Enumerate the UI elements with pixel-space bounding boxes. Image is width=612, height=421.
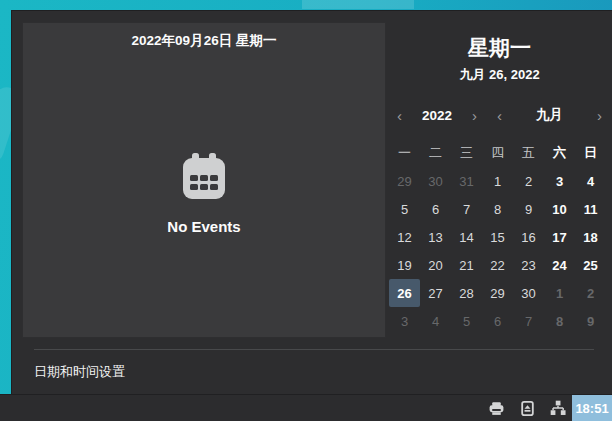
calendar-day-selected[interactable]: 26 — [389, 279, 420, 307]
calendar-day[interactable]: 18 — [575, 223, 606, 251]
calendar-day[interactable]: 11 — [575, 195, 606, 223]
calendar-day[interactable]: 20 — [420, 251, 451, 279]
calendar-day[interactable]: 30 — [420, 167, 451, 195]
month-label[interactable]: 九月 — [536, 106, 563, 124]
calendar-day[interactable]: 29 — [482, 279, 513, 307]
calendar-navigation: ‹ 2022 › ‹ 九月 › — [394, 106, 605, 124]
calendar-day[interactable]: 3 — [389, 307, 420, 335]
calendar-day[interactable]: 8 — [544, 307, 575, 335]
previous-month-button[interactable]: ‹ — [494, 107, 505, 124]
calendar-day[interactable]: 2 — [513, 167, 544, 195]
calendar-day[interactable]: 10 — [544, 195, 575, 223]
calendar-day[interactable]: 23 — [513, 251, 544, 279]
calendar-day[interactable]: 21 — [451, 251, 482, 279]
year-label[interactable]: 2022 — [422, 108, 452, 123]
calendar-day[interactable]: 29 — [389, 167, 420, 195]
weekday-header: 日 — [575, 139, 606, 167]
taskbar-clock[interactable]: 18:51 — [572, 395, 612, 421]
calendar-day[interactable]: 14 — [451, 223, 482, 251]
printer-icon[interactable] — [487, 399, 505, 417]
calendar-panel: 星期一 九月 26, 2022 ‹ 2022 › ‹ 九月 › 一二三四五六日2… — [386, 11, 612, 349]
year-navigation: ‹ 2022 › — [394, 106, 480, 124]
calendar-day[interactable]: 28 — [451, 279, 482, 307]
calendar-day[interactable]: 22 — [482, 251, 513, 279]
calendar-day[interactable]: 4 — [575, 167, 606, 195]
month-navigation: ‹ 九月 › — [494, 106, 605, 124]
weekday-header: 三 — [451, 139, 482, 167]
weekday-header: 一 — [389, 139, 420, 167]
calendar-day[interactable]: 13 — [420, 223, 451, 251]
next-year-button[interactable]: › — [469, 107, 480, 124]
calendar-day[interactable]: 17 — [544, 223, 575, 251]
calendar-icon — [176, 149, 232, 209]
device-notifier-icon[interactable] — [518, 399, 536, 417]
calendar-day[interactable]: 5 — [389, 195, 420, 223]
network-icon[interactable] — [549, 399, 567, 417]
weekday-header: 四 — [482, 139, 513, 167]
selected-date-heading: 九月 26, 2022 — [386, 66, 612, 84]
calendar-day[interactable]: 7 — [513, 307, 544, 335]
wallpaper-logo-fragment — [302, 0, 414, 9]
calendar-day[interactable]: 2 — [575, 279, 606, 307]
no-events-placeholder: No Events — [23, 50, 385, 337]
events-panel: 2022年09月26日 星期一 No Events — [22, 22, 386, 338]
no-events-label: No Events — [167, 218, 240, 235]
calendar-day[interactable]: 9 — [575, 307, 606, 335]
events-date-header: 2022年09月26日 星期一 — [23, 23, 385, 50]
footer-separator — [34, 349, 594, 350]
weekday-header: 五 — [513, 139, 544, 167]
calendar-day[interactable]: 3 — [544, 167, 575, 195]
calendar-day[interactable]: 7 — [451, 195, 482, 223]
calendar-grid: 一二三四五六日293031123456789101112131415161718… — [389, 139, 606, 335]
calendar-day[interactable]: 24 — [544, 251, 575, 279]
system-tray — [487, 395, 567, 421]
calendar-day[interactable]: 12 — [389, 223, 420, 251]
calendar-day[interactable]: 5 — [451, 307, 482, 335]
calendar-day[interactable]: 15 — [482, 223, 513, 251]
calendar-day[interactable]: 8 — [482, 195, 513, 223]
taskbar: 18:51 — [0, 394, 612, 421]
calendar-day[interactable]: 1 — [482, 167, 513, 195]
calendar-day[interactable]: 6 — [482, 307, 513, 335]
calendar-day[interactable]: 30 — [513, 279, 544, 307]
calendar-day[interactable]: 1 — [544, 279, 575, 307]
desktop: { "events_panel": { "header": "2022年09月2… — [0, 0, 612, 421]
calendar-day[interactable]: 4 — [420, 307, 451, 335]
calendar-day[interactable]: 9 — [513, 195, 544, 223]
calendar-day[interactable]: 16 — [513, 223, 544, 251]
selected-weekday-heading: 星期一 — [386, 34, 612, 62]
previous-year-button[interactable]: ‹ — [394, 107, 405, 124]
weekday-header: 六 — [544, 139, 575, 167]
clock-calendar-popup: 2022年09月26日 星期一 No Events 星期一 九月 26 — [11, 10, 612, 394]
date-time-settings-link[interactable]: 日期和时间设置 — [34, 363, 125, 381]
calendar-day[interactable]: 25 — [575, 251, 606, 279]
calendar-day[interactable]: 27 — [420, 279, 451, 307]
calendar-day[interactable]: 31 — [451, 167, 482, 195]
next-month-button[interactable]: › — [594, 107, 605, 124]
calendar-day[interactable]: 6 — [420, 195, 451, 223]
weekday-header: 二 — [420, 139, 451, 167]
calendar-day[interactable]: 19 — [389, 251, 420, 279]
